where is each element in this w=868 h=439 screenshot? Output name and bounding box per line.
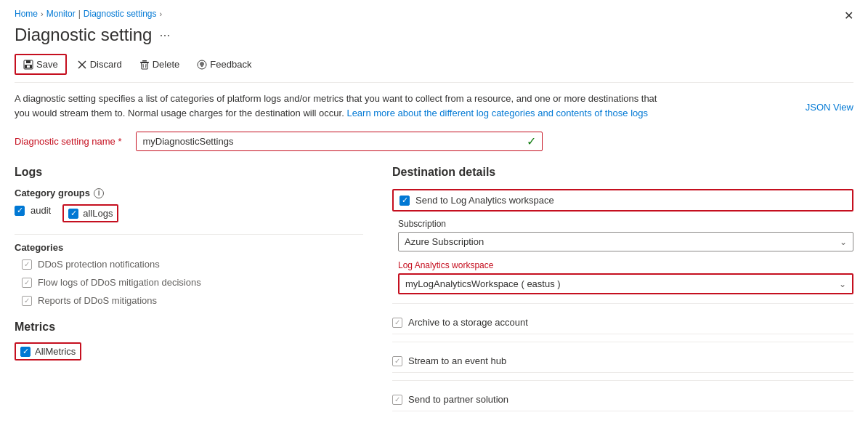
- breadcrumb-diagnostic-settings[interactable]: Diagnostic settings: [84, 9, 157, 19]
- send-to-la-checkmark: ✓: [402, 196, 408, 205]
- subscription-chevron: ⌄: [840, 237, 847, 247]
- allLogs-checkmark: ✓: [70, 209, 77, 218]
- ddos-reports-label: Reports of DDoS mitigations: [38, 295, 157, 306]
- audit-checkmark: ✓: [17, 206, 23, 215]
- la-workspace-chevron: ⌄: [839, 279, 846, 289]
- allmetrics-label: AllMetrics: [35, 346, 76, 357]
- subscription-dropdown[interactable]: Azure Subscription ⌄: [398, 232, 853, 251]
- feedback-button[interactable]: Feedback: [190, 55, 259, 73]
- send-to-la-checkbox[interactable]: ✓: [399, 196, 410, 206]
- ddos-flow-logs-checkbox[interactable]: [22, 278, 32, 288]
- subscription-label: Subscription: [398, 219, 853, 229]
- title-row: Diagnostic setting ···: [15, 25, 853, 45]
- audit-label: audit: [31, 205, 51, 216]
- breadcrumb-monitor[interactable]: Monitor: [46, 9, 76, 19]
- breadcrumb: Home › Monitor | Diagnostic settings ›: [15, 9, 853, 19]
- learn-more-link[interactable]: Learn more about the different log categ…: [346, 108, 648, 118]
- ddos-flow-logs-label: Flow logs of DDoS mitigation decisions: [38, 277, 201, 288]
- close-button[interactable]: ✕: [844, 9, 853, 23]
- metrics-header: Metrics: [15, 321, 363, 334]
- breadcrumb-pipe: |: [78, 9, 81, 19]
- ddos-notifications-label: DDoS protection notifications: [38, 259, 160, 270]
- stream-event-hub-label: Stream to an event hub: [408, 355, 506, 366]
- ddos-notifications-checkbox[interactable]: [22, 259, 32, 270]
- svg-rect-3: [27, 65, 30, 68]
- category-groups-info-icon[interactable]: i: [94, 188, 104, 198]
- category-groups-header: Category groups i: [15, 188, 363, 198]
- stream-event-hub-checkbox[interactable]: [392, 356, 402, 366]
- save-button[interactable]: Save: [15, 54, 67, 75]
- toolbar: Save Discard Delete Feedback: [15, 54, 853, 83]
- la-workspace-value: myLogAnalyticsWorkspace ( eastus ): [405, 278, 561, 289]
- page-container: Home › Monitor | Diagnostic settings › D…: [0, 0, 868, 439]
- setting-name-input-wrap: ✓: [136, 132, 543, 151]
- la-workspace-row: Log Analytics workspace myLogAnalyticsWo…: [392, 260, 853, 294]
- svg-rect-1: [26, 60, 31, 63]
- audit-checkbox-row: ✓ audit: [15, 205, 51, 216]
- right-column: Destination details ✓ Send to Log Analyt…: [392, 166, 853, 411]
- category-ddos-reports: Reports of DDoS mitigations: [15, 295, 363, 306]
- la-workspace-label: Log Analytics workspace: [398, 260, 853, 270]
- subscription-row: Subscription Azure Subscription ⌄: [392, 219, 853, 251]
- category-groups-section: Category groups i ✓ audit ✓: [15, 188, 363, 222]
- audit-allLogs-row: ✓ audit ✓ allLogs: [15, 204, 363, 222]
- dest-separator-3: [392, 380, 853, 381]
- logs-separator: [15, 234, 363, 235]
- left-column: Logs Category groups i ✓ audit: [15, 166, 363, 411]
- ddos-reports-checkbox[interactable]: [22, 296, 32, 306]
- delete-icon: [139, 60, 150, 70]
- feedback-label: Feedback: [210, 59, 251, 70]
- archive-storage-row: Archive to a storage account: [392, 311, 853, 334]
- audit-checkbox[interactable]: ✓: [15, 206, 25, 216]
- stream-event-hub-row: Stream to an event hub: [392, 350, 853, 373]
- allLogs-label: allLogs: [83, 208, 113, 219]
- breadcrumb-chevron-1: ›: [41, 9, 44, 18]
- destination-header: Destination details: [392, 166, 853, 179]
- save-label: Save: [36, 59, 58, 70]
- send-to-la-section: ✓ Send to Log Analytics workspace Subscr…: [392, 189, 853, 294]
- categories-section: Categories DDoS protection notifications…: [15, 242, 363, 306]
- send-to-la-row: ✓ Send to Log Analytics workspace: [392, 189, 853, 212]
- svg-rect-7: [142, 60, 147, 62]
- allmetrics-checkbox-wrap: ✓ AllMetrics: [15, 342, 81, 361]
- categories-header: Categories: [15, 242, 363, 253]
- setting-name-row: Diagnostic setting name * ✓: [15, 132, 853, 151]
- metrics-section: Metrics ✓ AllMetrics: [15, 321, 363, 361]
- feedback-icon: [197, 60, 207, 70]
- two-column-layout: Logs Category groups i ✓ audit: [15, 166, 853, 411]
- discard-icon: [77, 60, 87, 70]
- json-view-link[interactable]: JSON View: [806, 102, 853, 113]
- breadcrumb-home[interactable]: Home: [15, 9, 38, 19]
- setting-name-label: Diagnostic setting name *: [15, 136, 121, 147]
- la-workspace-dropdown[interactable]: myLogAnalyticsWorkspace ( eastus ) ⌄: [398, 273, 853, 294]
- archive-storage-checkbox[interactable]: [392, 318, 402, 328]
- page-title: Diagnostic setting: [15, 25, 152, 45]
- delete-label: Delete: [153, 59, 180, 70]
- category-ddos-notifications: DDoS protection notifications: [15, 259, 363, 270]
- delete-button[interactable]: Delete: [132, 55, 187, 73]
- archive-storage-label: Archive to a storage account: [408, 317, 528, 328]
- partner-solution-checkbox[interactable]: [392, 395, 402, 405]
- setting-name-input[interactable]: [137, 132, 521, 150]
- setting-name-checkmark: ✓: [521, 134, 542, 148]
- allLogs-checkbox[interactable]: ✓: [68, 209, 78, 219]
- allLogs-checkbox-wrap: ✓ allLogs: [62, 204, 118, 222]
- allmetrics-checkmark: ✓: [23, 347, 29, 356]
- save-icon: [23, 60, 33, 70]
- title-more-options[interactable]: ···: [159, 28, 170, 43]
- allmetrics-checkbox[interactable]: ✓: [20, 347, 31, 357]
- dest-separator-2: [392, 342, 853, 342]
- logs-section-header: Logs: [15, 166, 363, 179]
- description-text: A diagnostic setting specifies a list of…: [15, 92, 668, 120]
- send-to-la-label: Send to Log Analytics workspace: [415, 195, 554, 206]
- partner-solution-row: Send to partner solution: [392, 388, 853, 411]
- partner-solution-label: Send to partner solution: [408, 394, 508, 405]
- breadcrumb-chevron-2: ›: [160, 9, 163, 18]
- discard-button[interactable]: Discard: [70, 55, 129, 73]
- discard-label: Discard: [90, 59, 122, 70]
- subscription-value: Azure Subscription: [405, 236, 484, 247]
- category-ddos-flow-logs: Flow logs of DDoS mitigation decisions: [15, 277, 363, 288]
- dest-separator-1: [392, 303, 853, 304]
